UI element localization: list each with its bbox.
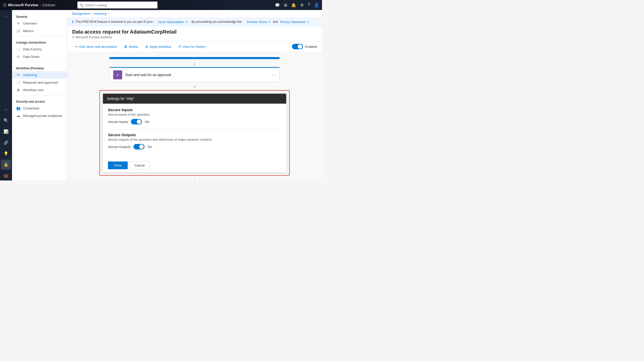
search-icon: 🔍: [80, 3, 84, 7]
nav-workflow[interactable]: 💼: [1, 170, 11, 180]
settings-footer: Done Cancel: [103, 158, 286, 172]
secure-outputs-toggle[interactable]: [133, 144, 144, 149]
apply-label: Apply workflow: [149, 45, 171, 49]
approval-card[interactable]: ✓ Start and wait for an approval ⋯: [109, 67, 280, 82]
breadcrumb-authoring[interactable]: Authoring: [94, 12, 106, 16]
approval-card-title: Start and wait for an approval: [125, 73, 268, 77]
divider-3: [12, 95, 67, 95]
help-icon[interactable]: ?: [308, 3, 310, 7]
settings-divider: [108, 129, 281, 130]
sidebar-authoring-label: Authoring: [23, 73, 37, 77]
enabled-toggle[interactable]: [292, 44, 303, 49]
azure-subscription-link[interactable]: Azure Subscription ↗: [158, 20, 188, 24]
sidebar-item-requests[interactable]: 📄 Requests and approvals: [12, 79, 67, 86]
secure-inputs-title: Secure Inputs: [108, 108, 281, 112]
feedback-icon[interactable]: 💬: [275, 3, 280, 8]
sidebar-managed-label: Managed private endpoints: [23, 114, 62, 118]
divider-1: [12, 36, 67, 36]
topbar: ⬡ Microsoft Purview › Contoso 🔍 💬 ⊞ 🔔 ⚙ …: [0, 0, 322, 10]
info-and: and: [273, 20, 278, 24]
data-factory-icon: ⬚: [16, 47, 21, 51]
managed-icon: ☁: [16, 114, 21, 118]
nav-glossary[interactable]: 💡: [1, 148, 11, 158]
overview-icon: ≡: [16, 21, 21, 25]
done-button[interactable]: Done: [108, 161, 128, 169]
workflow-top-bar: [109, 57, 280, 59]
account-icon[interactable]: 👤: [314, 3, 319, 8]
secure-inputs-toggle[interactable]: [131, 119, 142, 124]
arrow-1: ↓: [72, 59, 317, 67]
secure-inputs-label: Secure Inputs: [108, 120, 128, 124]
secure-inputs-row: Secure Inputs On: [108, 119, 281, 124]
nav-catalog[interactable]: 🔍: [1, 115, 11, 125]
nav-management[interactable]: 🔒: [1, 159, 11, 169]
purview-logo-icon: ⬡: [3, 3, 7, 8]
requests-icon: 📄: [16, 80, 21, 84]
breadcrumb: Management › Authoring ›: [67, 10, 322, 18]
info-icon: ℹ: [72, 20, 73, 24]
history-icon: ↺: [178, 45, 181, 49]
secure-outputs-desc: Secure outputs of the operation and refe…: [108, 138, 281, 141]
sidebar-item-authoring[interactable]: ↻ Authoring: [12, 71, 67, 79]
subtitle-icon: ↻: [72, 36, 75, 39]
sidebar: General ≡ Overview 📈 Metrics Lineage con…: [12, 10, 67, 180]
credentials-icon: 👥: [16, 106, 21, 110]
apply-workflow-button[interactable]: ⊕ Apply workflow: [142, 43, 174, 50]
preview-terms-link[interactable]: Preview Terms ↗: [247, 20, 271, 24]
data-share-icon: ⊙: [16, 55, 21, 59]
nav-data[interactable]: 🔗: [1, 137, 11, 147]
authoring-icon: ↻: [16, 73, 21, 77]
breadcrumb-management[interactable]: Management: [72, 12, 90, 16]
search-input[interactable]: [85, 3, 155, 7]
main-content: Management › Authoring › ℹ This PREVIEW …: [67, 10, 322, 180]
bell-icon[interactable]: 🔔: [291, 3, 296, 8]
sidebar-item-overview[interactable]: ≡ Overview: [12, 20, 67, 27]
sidebar-item-managed[interactable]: ☁ Managed private endpoints: [12, 112, 67, 119]
sidebar-item-data-factory[interactable]: ⬚ Data Factory: [12, 45, 67, 53]
edit-icon: ✏: [75, 45, 78, 49]
breadcrumb-sep-1: ›: [91, 12, 92, 16]
divider-2: [12, 62, 67, 62]
delete-button[interactable]: 🗑 Delete: [121, 43, 141, 50]
canvas-area[interactable]: ↓ ✓ Start and wait for an approval ⋯ ↓: [67, 52, 322, 180]
page-title: Data access request for AdataumCorpRetai…: [72, 29, 317, 35]
sidebar-security-header: Security and access: [12, 97, 67, 104]
nav-home[interactable]: ⌂: [1, 104, 11, 114]
privacy-statement-link[interactable]: Privacy Statement ↗: [280, 20, 309, 24]
sidebar-item-workflow-runs[interactable]: ⊞ Workflow runs: [12, 86, 67, 94]
search-box[interactable]: 🔍: [77, 2, 157, 9]
sidebar-credentials-label: Credentials: [23, 106, 40, 110]
enabled-toggle-container: Enabled: [292, 44, 317, 49]
workflow-runs-icon: ⊞: [16, 88, 21, 92]
sidebar-data-share-label: Data Share: [23, 55, 40, 59]
view-history-button[interactable]: ↺ View run history: [175, 43, 209, 50]
cancel-button[interactable]: Cancel: [130, 161, 149, 169]
approval-more-button[interactable]: ⋯: [271, 72, 276, 78]
settings-overlay: Settings for "Http" Secure Inputs Secure…: [99, 90, 290, 176]
delete-icon: 🗑: [124, 45, 127, 49]
page-header: Data access request for AdataumCorpRetai…: [67, 26, 322, 41]
sidebar-item-data-share[interactable]: ⊙ Data Share: [12, 53, 67, 60]
sidebar-item-credentials[interactable]: 👥 Credentials: [12, 104, 67, 112]
delete-label: Delete: [129, 45, 138, 49]
sidebar-metrics-label: Metrics: [23, 29, 34, 33]
settings-body: Secure Inputs Secure inputs of the opera…: [103, 104, 286, 158]
edit-button[interactable]: ✏ Edit name and description: [72, 43, 120, 50]
arrow-2: ↓: [72, 82, 317, 90]
secure-inputs-section: Secure Inputs Secure inputs of the opera…: [108, 108, 281, 124]
apply-icon: ⊕: [145, 45, 148, 49]
collapse-button[interactable]: «: [1, 12, 11, 20]
approval-icon: ✓: [113, 70, 122, 79]
sidebar-general-header: General: [12, 12, 67, 20]
settings-dialog-header: Settings for "Http": [103, 94, 286, 104]
approval-icon-symbol: ✓: [116, 73, 119, 77]
sidebar-item-metrics[interactable]: 📈 Metrics: [12, 27, 67, 35]
nav-insights[interactable]: 📊: [1, 126, 11, 136]
apps-icon[interactable]: ⊞: [284, 3, 287, 8]
settings-icon[interactable]: ⚙: [300, 3, 304, 8]
brand-name: Microsoft Purview: [8, 3, 38, 7]
secure-inputs-state: On: [145, 120, 149, 124]
sidebar-lineage-header: Lineage connections: [12, 38, 67, 45]
subtitle-text: Microsoft Purview workflow: [76, 36, 112, 39]
secure-outputs-state: On: [147, 145, 152, 149]
